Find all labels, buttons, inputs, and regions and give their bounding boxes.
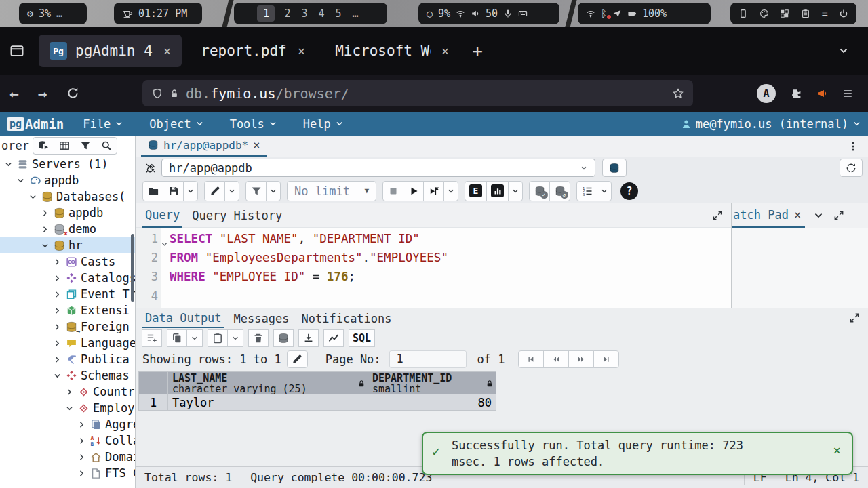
url-bar[interactable]: db.fymio.us/browser/ (142, 80, 693, 106)
paste-chevron-icon[interactable] (227, 329, 243, 347)
chevron-right-icon[interactable] (41, 209, 50, 218)
chevron-down-icon[interactable] (53, 371, 62, 380)
menu-file[interactable]: File (83, 117, 123, 131)
chevron-right-icon[interactable] (53, 323, 62, 331)
close-icon[interactable]: × (794, 208, 801, 222)
workspace-item[interactable]: 3 (296, 7, 313, 20)
tree-item-foreign[interactable]: →Foreign (0, 319, 135, 335)
chevron-right-icon[interactable] (53, 258, 62, 266)
menu-icon[interactable]: ≡ (821, 7, 827, 20)
close-tab-icon[interactable]: × (161, 43, 171, 58)
column-header-last_name[interactable]: LAST_NAMEcharacter varying (25) (167, 371, 368, 394)
execute-options-button[interactable] (423, 181, 444, 201)
reload-button[interactable] (57, 87, 89, 100)
tree-item-appdb[interactable]: appdb (0, 172, 135, 188)
chevron-right-icon[interactable] (77, 453, 87, 462)
sql-button[interactable]: SQL (349, 329, 375, 347)
new-tab-button[interactable]: + (460, 41, 495, 61)
cpu-widget[interactable]: ⚙ 3% … (19, 3, 87, 24)
fold-chevron-icon[interactable] (161, 235, 168, 253)
explain-analyze-button[interactable] (486, 181, 509, 201)
tree-item-fts-c[interactable]: FTS C (0, 465, 135, 481)
tree-item-schemas[interactable]: Schemas (0, 367, 135, 384)
menu-tools[interactable]: Tools (230, 117, 277, 131)
tree-item-demo[interactable]: ×demo (0, 221, 135, 237)
tab-query-history[interactable]: Query History (189, 203, 285, 228)
maximize-editor-icon[interactable] (712, 210, 723, 221)
first-page-button[interactable] (518, 350, 544, 368)
table-row[interactable]: 1Taylor80 (139, 394, 498, 411)
palette-icon[interactable] (760, 9, 769, 18)
scratch-pad-tab[interactable]: atch Pad × (732, 203, 805, 228)
code-line[interactable] (170, 286, 731, 305)
page-input[interactable]: 1 (389, 350, 467, 368)
menu-help[interactable]: Help (303, 117, 344, 131)
chevron-right-icon[interactable] (53, 355, 62, 364)
extension-megaphone-icon[interactable] (816, 88, 827, 99)
tree-item-event-tr[interactable]: Event Tr (0, 286, 135, 302)
clock-widget[interactable]: 01:27 PM (114, 3, 202, 24)
back-button[interactable]: ← (0, 85, 28, 102)
download-button[interactable] (298, 329, 319, 347)
tab-messages[interactable]: Messages (231, 308, 292, 328)
grid-corner-cell[interactable] (138, 371, 168, 394)
tree-item-aggre[interactable]: Aggre (0, 416, 135, 432)
next-page-button[interactable] (568, 350, 594, 368)
forward-button[interactable]: → (28, 85, 57, 102)
url-text[interactable]: db.fymio.us/browser/ (186, 85, 666, 102)
tree-item-databases[interactable]: Databases( (0, 188, 135, 205)
copy-button[interactable] (167, 329, 187, 347)
chevron-right-icon[interactable] (53, 306, 62, 315)
tree-item-colla[interactable]: Colla (0, 432, 135, 449)
tree-item-publica[interactable]: Publica (0, 351, 135, 367)
chevron-right-icon[interactable] (53, 274, 62, 283)
bookmark-star-icon[interactable] (673, 88, 684, 99)
save-file-button[interactable] (163, 181, 184, 201)
workspace-switcher[interactable]: 1 2345… (234, 3, 387, 24)
tree-item-catalogs[interactable]: Catalogs (0, 270, 135, 286)
chevron-right-icon[interactable] (77, 436, 87, 445)
execute-chevron-icon[interactable] (443, 181, 458, 201)
copy-chevron-icon[interactable] (186, 329, 203, 347)
browser-tab-pgadmin[interactable]: Pg pgAdmin 4 × (39, 35, 182, 67)
tree-item-extensi[interactable]: Extensi (0, 302, 135, 319)
lock-icon[interactable] (170, 89, 179, 98)
close-notification-icon[interactable]: × (833, 443, 841, 458)
row-limit-select[interactable]: No limit ▼ (287, 181, 376, 201)
sql-code[interactable]: SELECT "LAST_NAME", "DEPARTMENT_ID"FROM … (161, 228, 731, 308)
close-icon[interactable]: × (253, 138, 260, 152)
search-button[interactable] (96, 137, 117, 155)
chevron-down-icon[interactable] (65, 404, 75, 413)
browser-tab-word[interactable]: Microsoft Wo × (324, 35, 460, 67)
workspace-active[interactable]: 1 (257, 5, 275, 22)
chevron-right-icon[interactable] (77, 469, 87, 478)
clipboard-icon[interactable] (801, 9, 810, 18)
chevron-right-icon[interactable] (77, 420, 87, 429)
rollback-button[interactable]: ↺ (549, 181, 570, 201)
macros-list-button[interactable] (576, 181, 597, 201)
chevron-down-icon[interactable] (4, 160, 14, 169)
connection-plug-icon[interactable] (140, 159, 161, 177)
properties-grid-button[interactable] (54, 137, 75, 155)
chevron-down-icon[interactable] (813, 210, 824, 221)
filter-button[interactable] (245, 181, 267, 201)
execute-button[interactable] (403, 181, 424, 201)
chevron-right-icon[interactable] (65, 388, 75, 396)
tree-item-appdb[interactable]: appdb (0, 205, 135, 221)
tree-item-language[interactable]: Language (0, 335, 135, 351)
save-options-chevron-icon[interactable] (183, 181, 198, 201)
account-button[interactable]: A (757, 84, 776, 103)
prev-page-button[interactable] (543, 350, 569, 368)
browser-objects-button[interactable] (33, 137, 54, 155)
chevron-down-icon[interactable] (28, 192, 38, 201)
workspace-item[interactable]: … (347, 7, 364, 20)
apps-grid-icon[interactable] (780, 9, 789, 18)
close-tab-icon[interactable]: × (439, 43, 449, 58)
explain-button[interactable]: E (465, 181, 487, 201)
kebab-menu-icon[interactable] (848, 141, 859, 152)
chevron-right-icon[interactable] (41, 225, 50, 234)
scratch-pad-body[interactable] (732, 228, 868, 308)
hamburger-menu-icon[interactable] (842, 88, 853, 99)
tab-data-output[interactable]: Data Output (142, 308, 224, 328)
code-line[interactable]: WHERE "EMPLOYEE_ID" = 176; (170, 267, 731, 286)
